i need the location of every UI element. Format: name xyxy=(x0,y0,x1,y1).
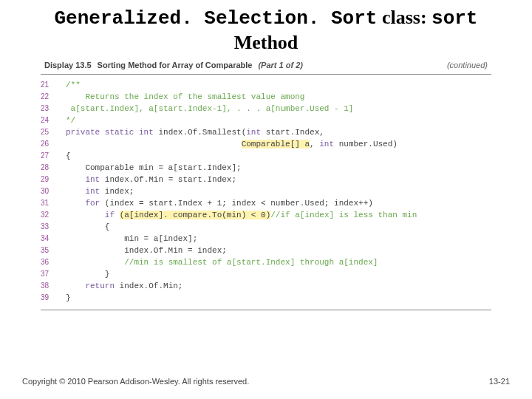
code-text: Comparable[] a, int number.Used) xyxy=(61,138,398,150)
code-line: 26 Comparable[] a, int number.Used) xyxy=(41,138,491,150)
title-class-name: Generalized. Selection. Sort xyxy=(55,7,378,30)
page-number: 13-21 xyxy=(489,377,510,386)
code-line: 23 a[start.Index], a[start.Index-1], . .… xyxy=(41,103,491,115)
line-number: 28 xyxy=(41,162,61,174)
line-number: 35 xyxy=(41,245,61,256)
line-number: 27 xyxy=(41,150,61,162)
code-text: Returns the index of the smallest value … xyxy=(61,91,304,103)
display-continued: (continued) xyxy=(447,61,488,69)
code-line: 34 min = a[index]; xyxy=(41,233,491,245)
code-text: //min is smallest of a[start.Index] thro… xyxy=(61,256,378,268)
divider-bottom xyxy=(41,310,491,310)
code-text: { xyxy=(61,150,71,162)
line-number: 39 xyxy=(41,292,61,304)
display-header: Display 13.5 Sorting Method for Array of… xyxy=(0,59,532,74)
code-text: /** xyxy=(61,79,81,91)
slide-title: Generalized. Selection. Sort class: sort… xyxy=(0,0,532,59)
code-line: 31 for (index = start.Index + 1; index <… xyxy=(41,197,491,209)
code-line: 39} xyxy=(41,292,491,304)
line-number: 26 xyxy=(41,138,61,150)
code-text: for (index = start.Index + 1; index < nu… xyxy=(61,197,373,209)
divider-top xyxy=(41,74,491,75)
code-line: 37 } xyxy=(41,268,491,280)
slide-footer: Copyright © 2010 Pearson Addison-Wesley.… xyxy=(0,377,532,386)
code-text: } xyxy=(61,292,71,304)
code-text: */ xyxy=(61,115,75,126)
line-number: 31 xyxy=(41,197,61,209)
code-line: 33 { xyxy=(41,221,491,233)
line-number: 23 xyxy=(41,103,61,115)
line-number: 32 xyxy=(41,209,61,221)
code-line: 27{ xyxy=(41,150,491,162)
display-number: Display 13.5 xyxy=(44,61,92,69)
code-text: { xyxy=(61,221,109,233)
copyright-text: Copyright © 2010 Pearson Addison-Wesley.… xyxy=(22,377,249,386)
code-text: min = a[index]; xyxy=(61,233,197,245)
line-number: 21 xyxy=(41,79,61,91)
code-line: 28 Comparable min = a[start.Index]; xyxy=(41,162,491,174)
code-line: 36 //min is smallest of a[start.Index] t… xyxy=(41,256,491,268)
code-text: private static int index.Of.Smallest(int… xyxy=(61,126,324,138)
code-line: 30 int index; xyxy=(41,185,491,197)
line-number: 37 xyxy=(41,268,61,280)
title-method-name: sort xyxy=(432,7,477,30)
line-number: 38 xyxy=(41,280,61,292)
line-number: 25 xyxy=(41,126,61,138)
code-line: 25private static int index.Of.Smallest(i… xyxy=(41,126,491,138)
code-line: 32 if (a[index]. compare.To(min) < 0)//i… xyxy=(41,209,491,221)
code-text: return index.Of.Min; xyxy=(61,280,183,292)
code-line: 29 int index.Of.Min = start.Index; xyxy=(41,174,491,185)
line-number: 36 xyxy=(41,256,61,268)
line-number: 29 xyxy=(41,174,61,185)
title-joiner: class: xyxy=(377,7,432,28)
display-title: Sorting Method for Array of Comparable xyxy=(98,61,253,69)
line-number: 30 xyxy=(41,185,61,197)
code-line: 38 return index.Of.Min; xyxy=(41,280,491,292)
code-text: a[start.Index], a[start.Index-1], . . . … xyxy=(61,103,353,115)
line-number: 22 xyxy=(41,91,61,103)
code-text: int index.Of.Min = start.Index; xyxy=(61,174,236,185)
line-number: 34 xyxy=(41,233,61,245)
title-line2: Method xyxy=(234,32,299,53)
code-text: int index; xyxy=(61,185,134,197)
code-listing: 21/**22 Returns the index of the smalles… xyxy=(0,79,532,304)
code-line: 21/** xyxy=(41,79,491,91)
code-text: Comparable min = a[start.Index]; xyxy=(61,162,242,174)
display-part: (Part 1 of 2) xyxy=(258,61,303,69)
code-line: 24*/ xyxy=(41,115,491,126)
code-text: if (a[index]. compare.To(min) < 0)//if a… xyxy=(61,209,417,221)
code-text: } xyxy=(61,268,109,280)
code-text: index.Of.Min = index; xyxy=(61,245,227,256)
line-number: 33 xyxy=(41,221,61,233)
line-number: 24 xyxy=(41,115,61,126)
code-line: 35 index.Of.Min = index; xyxy=(41,245,491,256)
code-line: 22 Returns the index of the smallest val… xyxy=(41,91,491,103)
